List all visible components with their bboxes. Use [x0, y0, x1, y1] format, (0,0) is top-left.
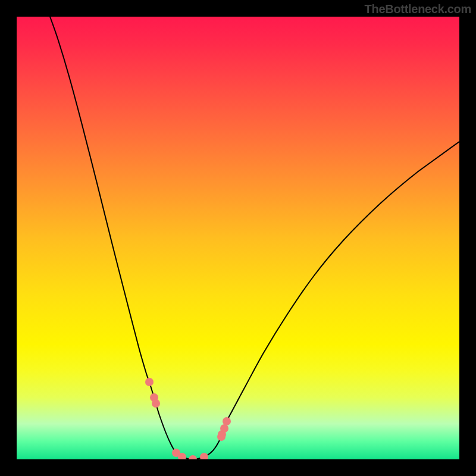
gradient-background: [17, 17, 459, 459]
watermark-text: TheBottleneck.com: [365, 2, 471, 16]
plot-area: [17, 17, 459, 459]
outer-frame: TheBottleneck.com: [0, 0, 476, 476]
